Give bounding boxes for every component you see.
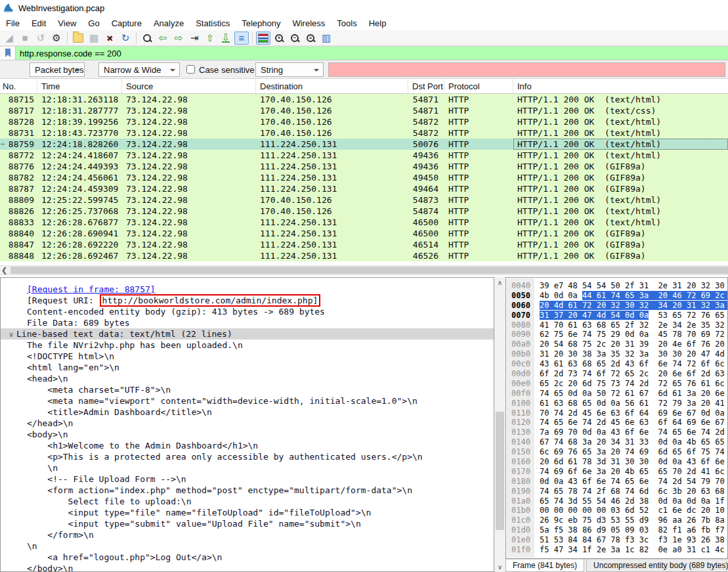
hex-row[interactable]: 016020 6d 61 78 3d 31 30 30 0d 0a 43 6f … (506, 457, 727, 467)
detail-line[interactable]: <meta name="viewport" content="width=dev… (1, 395, 494, 407)
detail-line[interactable]: <head>\n (1, 373, 494, 384)
find-scope-dropdown[interactable]: Packet bytes (30, 62, 85, 77)
menu-item-edit[interactable]: Edit (26, 16, 52, 30)
detail-line[interactable]: <!DOCTYPE html>\n (1, 351, 494, 362)
table-row[interactable]: 8884712:26:28.69222073.124.22.98111.224.… (0, 239, 728, 250)
hex-row[interactable]: 01307a 69 70 0d 0a 43 6f 6e 74 65 6e 74 … (506, 428, 727, 437)
close-file-icon[interactable]: × (102, 32, 117, 45)
hex-row[interactable]: 011070 74 2d 45 6e 63 6f 64 69 6e 67 0d … (506, 408, 727, 418)
hex-row[interactable]: 01e051 53 84 84 67 78 f3 3c f3 1e 93 26 … (506, 535, 727, 545)
column-header-dstport[interactable]: Dst Port (408, 79, 444, 93)
menu-item-file[interactable]: File (0, 16, 26, 30)
table-row[interactable]: 8878712:24:24.45930973.124.22.98111.224.… (0, 183, 728, 194)
menu-item-wireless[interactable]: Wireless (286, 16, 331, 30)
hex-row[interactable]: 010061 63 68 65 0d 0a 56 61 72 79 3a 20 … (506, 399, 727, 408)
detail-line[interactable]: [Request URI: http://bookworldstore.com/… (1, 295, 494, 306)
hex-row[interactable]: 017074 69 6f 6e 3a 20 4b 65 65 70 2d 41 … (506, 467, 727, 477)
start-capture-icon[interactable]: ◢ (2, 32, 16, 45)
detail-vscrollbar[interactable]: ∧ ∨ (494, 277, 505, 572)
menu-item-go[interactable]: Go (82, 16, 105, 30)
detail-line[interactable]: Select file to upload:\n (1, 496, 494, 507)
colorize-icon[interactable] (256, 32, 270, 45)
column-header-time[interactable]: Time (37, 79, 122, 93)
hex-row[interactable]: 00d06f 2d 73 74 6f 72 65 2c 20 6e 6f 2d … (506, 369, 727, 379)
scroll-up-icon[interactable]: ∧ (494, 279, 505, 286)
detail-line[interactable]: ∨Line-based text data: text/html (22 lin… (1, 328, 494, 340)
find-query-input[interactable] (328, 62, 725, 77)
hex-row[interactable]: 01506c 69 76 65 3a 20 74 69 6d 65 6f 75 … (506, 447, 727, 457)
column-header-protocol[interactable]: Protocol (444, 79, 513, 93)
detail-line[interactable]: <input type="submit" value="Upload File"… (1, 518, 494, 529)
hex-row[interactable]: 01800d 0a 43 6f 6e 74 65 6e 74 2d 54 79 … (506, 477, 727, 487)
detail-line[interactable]: File Data: 689 bytes (1, 317, 494, 328)
reload-file-icon[interactable]: ↻ (118, 32, 133, 45)
detail-line[interactable]: </head>\n (1, 418, 494, 429)
menu-item-analyze[interactable]: Analyze (148, 16, 190, 30)
menu-item-view[interactable]: View (52, 16, 82, 30)
capture-options-icon[interactable]: ⚙ (49, 32, 64, 45)
table-row[interactable]: 8882612:26:25.73706873.124.22.98170.40.1… (0, 206, 728, 217)
detail-line[interactable]: The file NVri2vhp.php has been uploaded.… (1, 340, 494, 351)
byte-view-tab[interactable]: Frame (841 bytes) (505, 560, 584, 572)
detail-line[interactable]: <a href="logout.php">Log Out</a>\n (1, 552, 494, 563)
hex-row[interactable]: 00b031 20 30 38 3a 35 32 3a 30 30 20 47 … (506, 349, 727, 359)
detail-line[interactable]: </body>\n (1, 563, 494, 572)
tree-expand-icon[interactable]: ∨ (6, 329, 16, 340)
hex-row[interactable]: 009062 75 6e 74 75 29 0d 0a 45 78 70 69 … (506, 330, 727, 340)
hex-row[interactable]: 01a065 74 3d 55 54 46 2d 38 0d 0a 0d 0a … (506, 496, 727, 506)
column-header-no[interactable]: No. (0, 79, 37, 93)
table-row[interactable]: 8878212:24:24.45606173.124.22.98111.224.… (0, 172, 728, 183)
detail-line[interactable]: <!-- File Upload Form -->\n (1, 473, 494, 485)
column-header-info[interactable]: Info (513, 79, 728, 93)
table-row[interactable]: 8880912:25:22.59974573.124.22.98170.40.1… (0, 194, 728, 206)
open-file-icon[interactable] (71, 32, 85, 45)
hex-row[interactable]: 01b000 00 00 00 00 03 6d 52 c1 6e dc 20 … (506, 506, 727, 516)
packet-list-hscrollbar[interactable]: ❮ (0, 265, 728, 275)
find-charwidth-dropdown[interactable]: Narrow & Wide (98, 62, 180, 77)
table-row[interactable]: 8877612:24:24.44939373.124.22.98111.224.… (0, 161, 728, 172)
detail-line[interactable]: <p>This is a protected area only accessi… (1, 451, 494, 462)
detail-line[interactable]: <form action="index.php" method="post" e… (1, 485, 494, 496)
table-row[interactable]: 8884012:26:28.69094173.124.22.98111.224.… (0, 228, 728, 239)
auto-scroll-icon[interactable]: ≡ (234, 32, 249, 45)
display-filter-input[interactable]: http.response.code == 200 (16, 47, 728, 60)
detail-line[interactable]: <input type="file" name="fileToUpload" i… (1, 507, 494, 518)
go-forward-icon[interactable]: ⇨ (171, 32, 186, 45)
hex-row[interactable]: 008041 70 61 63 68 65 2f 32 2e 34 2e 35 … (506, 320, 727, 330)
case-sensitive-checkbox[interactable] (186, 65, 195, 74)
resize-columns-icon[interactable]: ▥ (319, 32, 333, 45)
table-row[interactable]: 8873112:18:43.72377073.124.22.98170.40.1… (0, 127, 728, 139)
filter-bookmark-button[interactable] (0, 47, 16, 60)
hex-row[interactable]: 004039 e7 48 54 54 50 2f 31 2e 31 20 32 … (506, 281, 727, 291)
hex-row[interactable]: 01f0f5 47 34 1f 2e 3a 1c 82 0e a0 31 c1 … (506, 545, 727, 555)
detail-line[interactable]: \n (1, 540, 494, 552)
menu-item-tools[interactable]: Tools (331, 16, 362, 30)
scroll-down-icon[interactable]: ∨ (494, 563, 505, 571)
table-row[interactable]: 8883312:26:28.67687773.124.22.98111.224.… (0, 217, 728, 228)
go-to-packet-icon[interactable]: ⇥ (187, 32, 202, 45)
zoom-in-icon[interactable]: + (272, 32, 286, 45)
hex-row[interactable]: 00f074 65 0d 0a 50 72 61 67 6d 61 3a 20 … (506, 389, 727, 399)
detail-line[interactable]: \n (1, 462, 494, 473)
detail-line[interactable]: <body>\n (1, 429, 494, 440)
table-row[interactable]: 8877212:24:24.41860773.124.22.98111.224.… (0, 150, 728, 161)
hex-row[interactable]: 014067 74 68 3a 20 34 31 33 0d 0a 4b 65 … (506, 437, 727, 447)
menu-item-telephony[interactable]: Telephony (236, 16, 286, 30)
detail-line[interactable]: <meta charset="UTF-8">\n (1, 384, 494, 395)
column-header-source[interactable]: Source (122, 79, 256, 93)
hex-row[interactable]: 00e065 2c 20 6d 75 73 74 2d 72 65 76 61 … (506, 379, 727, 389)
detail-line[interactable]: [Request in frame: 88757] (1, 284, 494, 295)
detail-line[interactable]: <title>Admin Dashboard</title>\n (1, 407, 494, 418)
hex-row[interactable]: 01d05a f5 38 86 d9 05 09 03 82 f1 a6 fb … (506, 525, 727, 535)
zoom-out-icon[interactable]: − (288, 32, 302, 45)
menu-item-statistics[interactable]: Statistics (190, 16, 236, 30)
detail-line[interactable]: <h1>Welcome to the Admin Dashboard</h1>\… (1, 440, 494, 451)
detail-line[interactable]: <html lang="en">\n (1, 362, 494, 373)
detail-line[interactable]: Content-encoded entity body (gzip): 413 … (1, 306, 494, 317)
hex-row[interactable]: 007031 37 20 47 4d 54 0d 0a 53 65 72 76 … (506, 311, 727, 320)
detail-line[interactable]: </form>\n (1, 529, 494, 540)
find-type-dropdown[interactable]: String (255, 62, 324, 77)
hex-row[interactable]: 00a020 54 68 75 2c 20 31 39 20 4e 6f 76 … (506, 340, 727, 349)
table-row[interactable]: 8871512:18:31.26311873.124.22.98170.40.1… (0, 94, 728, 105)
hex-row[interactable]: 012074 65 6e 74 2d 45 6e 63 6f 64 69 6e … (506, 418, 727, 428)
